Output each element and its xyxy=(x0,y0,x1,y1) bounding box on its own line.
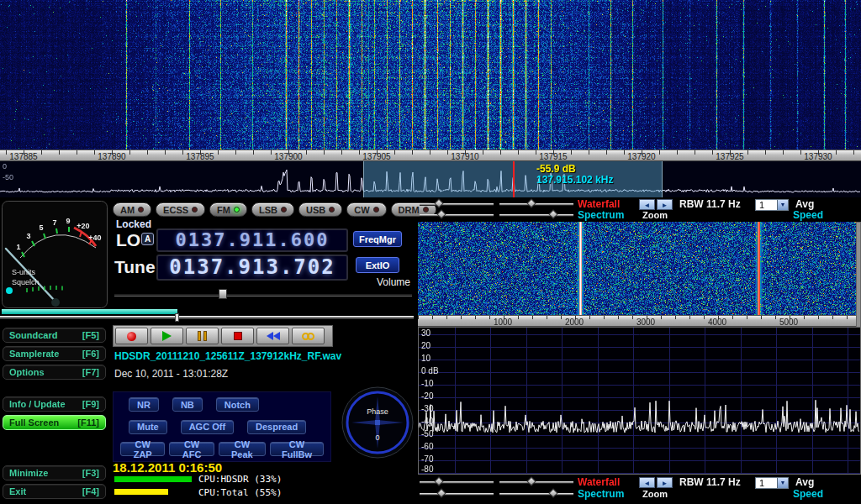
cw-peak-button[interactable]: CW Peak xyxy=(219,442,266,456)
progress-track[interactable] xyxy=(0,316,414,319)
slider-thumb[interactable] xyxy=(436,488,446,497)
mute-button[interactable]: Mute xyxy=(129,420,167,434)
dropdown-icon[interactable]: ▼ xyxy=(777,478,788,488)
waterfall-tab[interactable]: Waterfall xyxy=(578,477,620,488)
dsp-panel: NR NB Notch Mute AGC Off Despread CW ZAP… xyxy=(113,391,331,462)
mode-label: FM xyxy=(217,205,230,215)
zoom-out-button[interactable]: ◄ xyxy=(639,477,655,488)
audio-spectrum-canvas[interactable] xyxy=(419,328,860,474)
cpu-total-text: CPU:Total (55%) xyxy=(198,487,282,498)
transport-bar xyxy=(113,325,333,347)
exit-button[interactable]: Exit [F4] xyxy=(3,484,106,499)
cw-fullbw-button[interactable]: CW FullBw xyxy=(270,442,324,456)
rewind-icon xyxy=(267,332,280,340)
upper-display-controls: Waterfall ◄ ► RBW 11.7 Hz 1 ▼ Avg Spectr… xyxy=(418,199,861,224)
volume-track[interactable] xyxy=(114,293,412,297)
slider-thumb[interactable] xyxy=(526,198,536,207)
avg-select[interactable]: 1 ▼ xyxy=(755,477,789,489)
options-button[interactable]: Options [F7] xyxy=(3,365,106,380)
freq-scale-label: 137910 xyxy=(451,152,478,161)
db-scale-label: 10 xyxy=(421,354,430,363)
record-button[interactable] xyxy=(115,328,148,344)
nr-button[interactable]: NR xyxy=(129,397,159,412)
smeter-tick-label: 7 xyxy=(52,218,56,227)
spectrum-tab[interactable]: Spectrum xyxy=(578,489,624,500)
soundcard-button[interactable]: Soundcard [F5] xyxy=(3,328,106,343)
db-scale-label: -20 xyxy=(421,391,433,401)
freqmgr-button[interactable]: FreqMgr xyxy=(353,231,402,247)
lower-spectrum-min-slider[interactable] xyxy=(420,489,494,498)
button-label: Exit xyxy=(9,486,26,496)
zoom-in-button[interactable]: ► xyxy=(657,199,673,210)
volume-slider[interactable] xyxy=(114,288,412,300)
lower-waterfall-min-slider[interactable] xyxy=(420,477,494,486)
freq-scale-label: 137895 xyxy=(186,152,214,161)
spectrum-max-slider[interactable] xyxy=(499,210,573,219)
slider-thumb[interactable] xyxy=(548,488,557,497)
agc-button[interactable]: AGC Off xyxy=(181,420,234,434)
waterfall-min-slider[interactable] xyxy=(420,199,494,208)
tune-frequency-display[interactable]: 0137.913.702 xyxy=(156,255,348,281)
cw-afc-button[interactable]: CW AFC xyxy=(169,442,214,456)
zoom-in-button[interactable]: ► xyxy=(657,477,673,488)
mode-button-usb[interactable]: USB xyxy=(298,202,342,217)
lower-spectrum-max-slider[interactable] xyxy=(499,489,573,498)
mode-button-ecss[interactable]: ECSS xyxy=(156,202,205,217)
freq-scale-label: 137930 xyxy=(804,152,832,161)
s-meter[interactable]: 1 3 5 7 9 +20 +40 S-units Squelch xyxy=(2,201,108,308)
lo-lock-badge[interactable]: A xyxy=(141,233,154,245)
lo-frequency-display[interactable]: 0137.911.600 xyxy=(156,228,348,252)
notch-button[interactable]: Notch xyxy=(216,397,259,412)
nb-button[interactable]: NB xyxy=(172,397,203,412)
db-scale-label: -60 xyxy=(421,442,433,451)
slider-thumb[interactable] xyxy=(434,198,443,207)
audio-waterfall[interactable] xyxy=(418,222,856,315)
lower-waterfall-max-slider[interactable] xyxy=(499,477,573,486)
mode-button-cw[interactable]: CW xyxy=(346,202,386,217)
zoom-label: Zoom xyxy=(642,210,668,221)
phase-label: Phase xyxy=(367,407,388,416)
dropdown-icon[interactable]: ▼ xyxy=(777,200,788,210)
frequency-scale[interactable]: 137885 137890 137895 137900 137905 13791… xyxy=(0,150,861,161)
avg-select[interactable]: 1 ▼ xyxy=(755,199,789,211)
rewind-button[interactable] xyxy=(256,328,289,344)
audio-scale-label: 1000 xyxy=(494,318,512,327)
zoom-out-button[interactable]: ◄ xyxy=(639,199,655,210)
despread-button[interactable]: Despread xyxy=(247,420,306,434)
fullscreen-button[interactable]: Full Screen [F11] xyxy=(3,415,106,430)
play-button[interactable] xyxy=(151,328,183,344)
progress-thumb[interactable] xyxy=(175,313,179,322)
slider-thumb[interactable] xyxy=(526,476,536,486)
mode-button-fm[interactable]: FM xyxy=(209,202,247,217)
volume-thumb[interactable] xyxy=(219,289,227,299)
slider-thumb[interactable] xyxy=(436,209,446,218)
play-icon xyxy=(162,331,172,341)
audio-spectrum[interactable]: 30 20 10 0 dB -10 -20 -30 -40 -50 -60 -7… xyxy=(418,327,861,475)
waterfall-max-slider[interactable] xyxy=(499,199,573,208)
pause-button[interactable] xyxy=(186,328,219,344)
loop-button[interactable] xyxy=(292,328,325,344)
slider-thumb[interactable] xyxy=(548,209,557,218)
mode-button-am[interactable]: AM xyxy=(113,202,151,217)
cw-zap-button[interactable]: CW ZAP xyxy=(120,442,165,456)
cpu-hdsdr-bar xyxy=(114,476,192,482)
minimize-button[interactable]: Minimize [F3] xyxy=(3,465,106,480)
volume-label: Volume xyxy=(336,276,410,288)
info-update-button[interactable]: Info / Update [F9] xyxy=(3,396,106,412)
audio-frequency-scale[interactable]: 1000 2000 3000 4000 5000 xyxy=(418,315,856,327)
smeter-tick-label: +20 xyxy=(77,222,89,230)
stop-button[interactable] xyxy=(221,328,254,344)
squelch-knob[interactable] xyxy=(6,287,13,294)
main-waterfall[interactable] xyxy=(0,0,861,150)
mode-button-lsb[interactable]: LSB xyxy=(251,202,294,217)
extio-button[interactable]: ExtIO xyxy=(356,257,399,273)
samplerate-button[interactable]: Samplerate [F6] xyxy=(3,346,106,361)
overview-spectrum[interactable]: 0 -50 -55.9 dB 137.915.102 kHz xyxy=(0,161,861,197)
slider-thumb[interactable] xyxy=(434,476,443,486)
spectrum-tab[interactable]: Spectrum xyxy=(578,210,624,221)
playback-progress-slider[interactable] xyxy=(0,308,414,320)
button-fkey: [F6] xyxy=(82,349,99,359)
phase-display[interactable]: Phase 0 xyxy=(341,386,414,459)
smeter-hub xyxy=(51,298,60,307)
spectrum-min-slider[interactable] xyxy=(420,210,494,219)
